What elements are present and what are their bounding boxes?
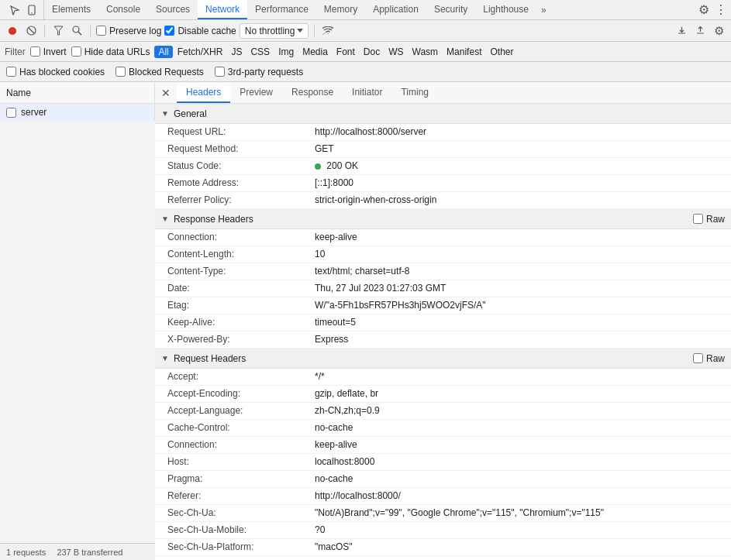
tab-security[interactable]: Security	[426, 0, 475, 19]
tab-console[interactable]: Console	[98, 0, 148, 19]
filter-label: Filter	[5, 46, 26, 57]
svg-line-7	[78, 32, 81, 35]
filter-bar: Filter Invert Hide data URLs All Fetch/X…	[0, 42, 731, 62]
tab-application[interactable]: Application	[365, 0, 426, 19]
close-detail-button[interactable]: ✕	[158, 85, 174, 101]
req-connection-row: Connection: keep-alive	[155, 437, 731, 454]
transferred-size: 237 B transferred	[57, 548, 122, 557]
tab-sources[interactable]: Sources	[148, 0, 198, 19]
request-raw-label: Raw	[693, 353, 725, 364]
resp-content-type-row: Content-Type: text/html; charset=utf-8	[155, 263, 731, 280]
more-tabs-button[interactable]: »	[536, 5, 551, 15]
main-tabs: Elements Console Sources Network Perform…	[44, 0, 536, 19]
request-url-row: Request URL: http://localhost:8000/serve…	[155, 124, 731, 141]
mobile-icon[interactable]	[25, 3, 39, 17]
filter-fetch-xhr[interactable]: Fetch/XHR	[174, 46, 227, 58]
main-layout: Name server 1 requests 237 B transferred…	[0, 82, 731, 560]
resp-date-row: Date: Thu, 27 Jul 2023 01:27:03 GMT	[155, 280, 731, 297]
tab-lighthouse[interactable]: Lighthouse	[475, 0, 536, 19]
blocked-cookies-checkbox[interactable]: Has blocked cookies	[6, 67, 105, 77]
settings-icon[interactable]: ⚙	[697, 3, 711, 17]
referrer-policy-row: Referrer Policy: strict-origin-when-cros…	[155, 192, 731, 209]
third-party-checkbox[interactable]: 3rd-party requests	[215, 67, 303, 77]
filter-js[interactable]: JS	[227, 46, 246, 58]
request-headers-section-header[interactable]: ▼ Request Headers Raw	[155, 349, 731, 369]
clear-button[interactable]	[23, 23, 39, 39]
filter-font[interactable]: Font	[333, 46, 359, 58]
checkbox-bar: Has blocked cookies Blocked Requests 3rd…	[0, 62, 731, 82]
resp-connection-row: Connection: keep-alive	[155, 229, 731, 246]
response-headers-section-header[interactable]: ▼ Response Headers Raw	[155, 209, 731, 229]
disable-cache-checkbox[interactable]: Disable cache	[164, 26, 236, 36]
req-referer-row: Referer: http://localhost:8000/	[155, 488, 731, 505]
request-item-server[interactable]: server	[0, 104, 154, 121]
req-sec-ch-ua-row: Sec-Ch-Ua: "Not/A)Brand";v="99", "Google…	[155, 505, 731, 522]
divider-2	[90, 25, 91, 37]
tab-elements[interactable]: Elements	[44, 0, 98, 19]
request-raw-checkbox[interactable]	[693, 353, 703, 363]
svg-line-4	[29, 28, 34, 33]
throttle-dropdown[interactable]: No throttling	[240, 23, 309, 39]
search-icon[interactable]	[69, 23, 84, 39]
right-panel: ✕ Headers Preview Response Initiator Tim…	[155, 82, 731, 560]
top-tab-bar: Elements Console Sources Network Perform…	[0, 0, 731, 20]
resp-etag-row: Etag: W/"a-5Fh1bsFR57PHs3hj5WOO2vjFS/A"	[155, 297, 731, 314]
tab-network[interactable]: Network	[198, 0, 247, 19]
remote-address-row: Remote Address: [::1]:8000	[155, 175, 731, 192]
status-code-row: Status Code: 200 OK	[155, 158, 731, 175]
req-host-row: Host: localhost:8000	[155, 454, 731, 471]
import-icon[interactable]	[674, 23, 689, 39]
filter-doc[interactable]: Doc	[360, 46, 384, 58]
request-headers-arrow-icon: ▼	[161, 354, 169, 362]
filter-icon[interactable]	[50, 23, 66, 39]
response-raw-checkbox[interactable]	[693, 214, 703, 224]
filter-img[interactable]: Img	[274, 46, 298, 58]
divider-1	[44, 25, 45, 37]
tab-timing[interactable]: Timing	[391, 82, 438, 103]
record-button[interactable]	[5, 23, 20, 39]
req-sec-ch-ua-mobile-row: Sec-Ch-Ua-Mobile: ?0	[155, 522, 731, 539]
filter-types: All Fetch/XHR JS CSS Img Media Font Doc …	[154, 46, 517, 58]
more-options-icon[interactable]: ⋮	[714, 3, 728, 17]
status-dot-icon	[315, 163, 321, 170]
name-column-header: Name	[0, 82, 154, 104]
filter-ws[interactable]: WS	[384, 46, 407, 58]
export-icon[interactable]	[692, 23, 708, 39]
invert-checkbox[interactable]: Invert	[30, 46, 67, 57]
svg-point-6	[73, 26, 79, 33]
tab-response[interactable]: Response	[282, 82, 343, 103]
tab-headers[interactable]: Headers	[177, 82, 230, 103]
req-sec-fetch-dest-row: Sec-Fetch-Dest: empty	[155, 556, 731, 560]
network-settings-icon[interactable]: ⚙	[711, 23, 726, 39]
hide-data-urls-checkbox[interactable]: Hide data URLs	[71, 46, 150, 57]
tab-preview[interactable]: Preview	[230, 82, 282, 103]
filter-all[interactable]: All	[154, 46, 172, 58]
tab-performance[interactable]: Performance	[247, 0, 316, 19]
req-pragma-row: Pragma: no-cache	[155, 471, 731, 488]
req-sec-ch-ua-platform-row: Sec-Ch-Ua-Platform: "macOS"	[155, 539, 731, 556]
svg-point-1	[31, 12, 33, 14]
general-section-header[interactable]: ▼ General	[155, 104, 731, 124]
filter-other[interactable]: Other	[486, 46, 517, 58]
req-accept-encoding-row: Accept-Encoding: gzip, deflate, br	[155, 386, 731, 403]
left-panel-wrap: Name server 1 requests 237 B transferred	[0, 82, 155, 560]
response-headers-arrow-icon: ▼	[161, 215, 169, 223]
cursor-icon[interactable]	[8, 3, 22, 17]
wifi-icon[interactable]	[320, 23, 336, 39]
resp-keep-alive-row: Keep-Alive: timeout=5	[155, 314, 731, 332]
response-raw-label: Raw	[693, 214, 725, 225]
filter-css[interactable]: CSS	[247, 46, 274, 58]
status-bar: 1 requests 237 B transferred	[0, 543, 155, 560]
filter-manifest[interactable]: Manifest	[443, 46, 485, 58]
filter-media[interactable]: Media	[298, 46, 332, 58]
svg-point-2	[9, 27, 16, 35]
filter-wasm[interactable]: Wasm	[409, 46, 443, 58]
detail-content: ▼ General Request URL: http://localhost:…	[155, 104, 731, 560]
tab-initiator[interactable]: Initiator	[343, 82, 391, 103]
resp-content-length-row: Content-Length: 10	[155, 246, 731, 263]
requests-count: 1 requests	[6, 548, 46, 557]
preserve-log-checkbox[interactable]: Preserve log	[96, 26, 161, 36]
blocked-requests-checkbox[interactable]: Blocked Requests	[116, 67, 204, 77]
network-toolbar: Preserve log Disable cache No throttling…	[0, 20, 731, 42]
tab-memory[interactable]: Memory	[316, 0, 365, 19]
